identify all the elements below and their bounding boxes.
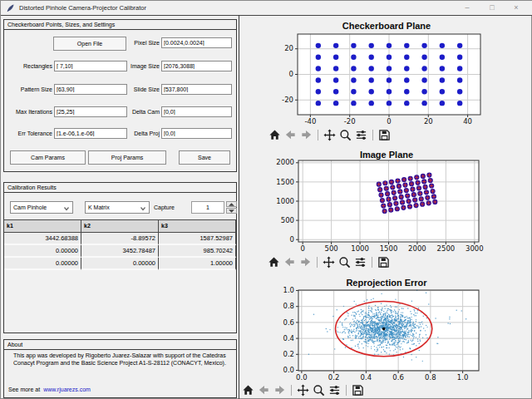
pan-icon (323, 256, 335, 268)
svg-text:0.6: 0.6 (392, 373, 404, 382)
svg-text:0.8: 0.8 (283, 302, 294, 310)
chevron-down-icon (63, 205, 70, 212)
minimize-button[interactable]: – (460, 2, 475, 13)
reprojection-error-plot[interactable]: 0.00.20.40.60.81.00.00.20.40.60.81.0 (240, 273, 532, 383)
pixel-size-input[interactable] (161, 37, 232, 48)
home-button[interactable] (268, 129, 281, 141)
table-row[interactable]: 0.00000 0.00000 1.00000 (4, 258, 236, 270)
slide-size-label: Slide Size (116, 86, 160, 92)
pan-button[interactable] (323, 129, 336, 141)
svg-text:1500: 1500 (276, 178, 294, 186)
svg-text:0: 0 (387, 117, 391, 126)
maximize-button[interactable]: □ (485, 2, 500, 13)
svg-text:0: 0 (290, 235, 294, 244)
configure-subplots-icon (354, 256, 367, 268)
capture-spin-up-button[interactable] (226, 201, 237, 207)
reprojection-error-toolbar (242, 382, 364, 397)
configure-subplots-button[interactable] (328, 384, 341, 397)
zoom-button[interactable] (339, 129, 352, 141)
zoom-icon (313, 384, 325, 397)
back-icon (258, 384, 270, 397)
back-icon (284, 129, 297, 141)
toolbar-separator (346, 385, 347, 396)
back-button[interactable] (283, 256, 296, 268)
capture-spin-down-button[interactable] (226, 208, 237, 214)
table-cell[interactable]: 3442.68388 (4, 233, 81, 245)
svg-text:0.2: 0.2 (328, 373, 340, 382)
slide-size-input[interactable] (161, 84, 232, 95)
table-cell[interactable]: 0.00000 (81, 258, 159, 270)
cam-params-button[interactable]: Cam Params (10, 150, 86, 165)
delta-proj-input[interactable] (161, 128, 232, 139)
home-button[interactable] (242, 384, 254, 397)
table-cell[interactable]: 1.00000 (159, 258, 236, 270)
image-size-input[interactable] (161, 61, 232, 71)
table-header-k1[interactable]: k1 (4, 220, 81, 233)
zoom-button[interactable] (338, 256, 351, 268)
camera-model-select[interactable]: Cam Pinhole (10, 201, 73, 214)
pixel-size-label: Pixel Size (116, 40, 160, 46)
svg-text:1000: 1000 (276, 197, 294, 205)
see-more-line: See more atwww.rjuarezs.com (8, 387, 91, 392)
forward-button[interactable] (273, 384, 286, 397)
matrix-select[interactable]: K Matrix (85, 201, 150, 214)
svg-text:0.2: 0.2 (283, 350, 294, 358)
table-row[interactable]: 0.00000 3452.78487 985.70242 (4, 245, 236, 258)
matrix-select-value: K Matrix (88, 204, 110, 210)
svg-text:1.0: 1.0 (457, 373, 469, 382)
pan-button[interactable] (323, 256, 335, 268)
svg-text:500: 500 (324, 244, 337, 252)
website-link[interactable]: www.rjuarezs.com (43, 387, 91, 392)
svg-text:-20: -20 (282, 96, 293, 104)
home-icon (268, 129, 281, 141)
see-more-label: See more at (8, 387, 40, 392)
delta-cam-input[interactable] (161, 106, 232, 117)
home-icon (242, 384, 254, 397)
close-button[interactable]: × (509, 2, 524, 13)
toolbar-separator (318, 130, 318, 140)
table-cell[interactable]: 1587.52987 (159, 233, 236, 245)
app-icon (6, 3, 15, 12)
table-row[interactable]: 3442.68388 -8.89572 1587.52987 (4, 233, 236, 245)
spin-up-icon (229, 203, 234, 206)
checkerboard-toolbar (268, 127, 391, 142)
forward-icon (299, 256, 312, 268)
svg-text:1500: 1500 (380, 244, 398, 252)
settings-group: Checkerboard Points, Sizes, and Settings… (3, 19, 237, 172)
open-file-button[interactable]: Open File (53, 37, 126, 51)
pan-icon (297, 384, 309, 397)
table-cell[interactable]: -8.89572 (81, 233, 159, 245)
table-header-k2[interactable]: k2 (81, 220, 159, 233)
table-cell[interactable]: 985.70242 (159, 245, 236, 258)
svg-text:2000: 2000 (276, 158, 294, 166)
save-button[interactable]: Save (179, 150, 230, 165)
forward-button[interactable] (300, 129, 313, 141)
configure-subplots-button[interactable] (354, 256, 367, 268)
delta-proj-label: Delta Proj (116, 131, 160, 136)
back-button[interactable] (258, 384, 270, 397)
table-cell[interactable]: 3452.78487 (81, 245, 159, 258)
save-button[interactable] (378, 129, 391, 141)
zoom-icon (339, 129, 352, 141)
table-cell[interactable]: 0.00000 (4, 258, 81, 270)
save-button[interactable] (377, 256, 390, 268)
table-cell[interactable]: 0.00000 (4, 245, 81, 258)
back-icon (283, 256, 296, 268)
table-header-k3[interactable]: k3 (159, 220, 236, 233)
app-window: Distorted Pinhole Camera-Projector Calib… (0, 0, 532, 399)
zoom-button[interactable] (313, 384, 325, 397)
capture-spinbox[interactable]: 1 (191, 201, 224, 214)
svg-text:-20: -20 (344, 117, 356, 126)
image-plane-plot[interactable]: 0500100015002000250030000500100015002000 (240, 145, 532, 252)
forward-icon (300, 129, 313, 141)
checkerboard-plane-plot[interactable]: -40-2002040-20020 (240, 17, 532, 129)
svg-text:3000: 3000 (466, 244, 484, 252)
save-button[interactable] (352, 384, 364, 397)
home-button[interactable] (268, 256, 280, 268)
forward-button[interactable] (299, 256, 312, 268)
back-button[interactable] (284, 129, 297, 141)
toolbar-separator (372, 130, 373, 140)
proj-params-button[interactable]: Proj Params (88, 150, 166, 165)
pan-button[interactable] (297, 384, 309, 397)
configure-subplots-button[interactable] (355, 129, 367, 141)
